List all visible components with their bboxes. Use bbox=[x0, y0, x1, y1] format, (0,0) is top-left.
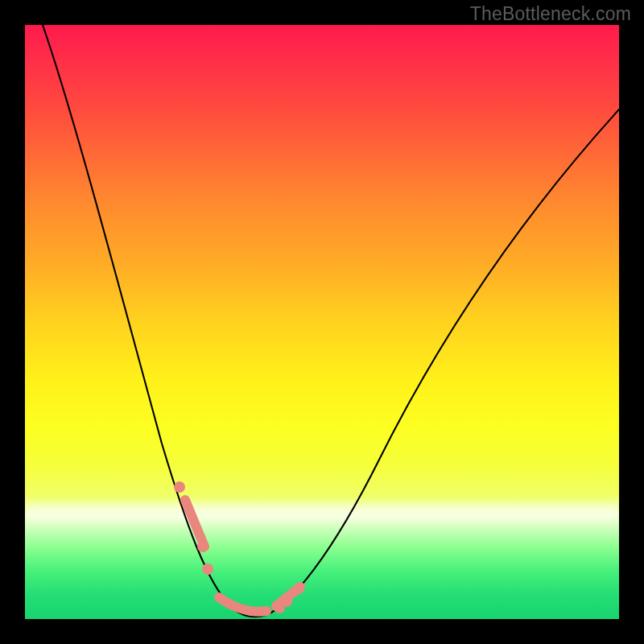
salmon-dot bbox=[197, 541, 208, 552]
salmon-dot bbox=[281, 596, 292, 607]
plot-area bbox=[25, 25, 619, 619]
outer-frame: TheBottleneck.com bbox=[0, 0, 644, 644]
curve-svg bbox=[25, 25, 619, 619]
salmon-dot bbox=[174, 481, 185, 493]
salmon-dot bbox=[293, 583, 304, 594]
salmon-bottom-segment bbox=[219, 597, 266, 612]
salmon-dot bbox=[202, 564, 213, 575]
watermark-text: TheBottleneck.com bbox=[470, 3, 631, 25]
bottleneck-curve bbox=[43, 25, 619, 617]
